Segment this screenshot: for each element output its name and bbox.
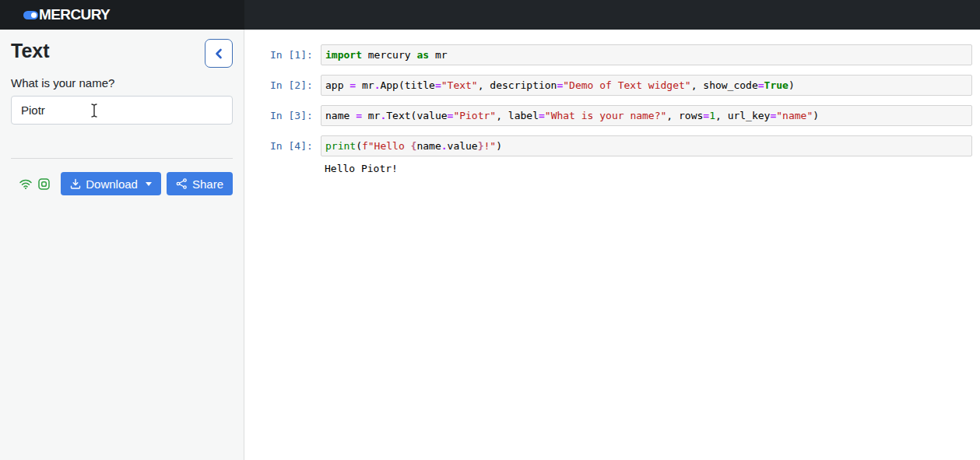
text-widget-label: What is your name?: [11, 76, 233, 90]
code-cell: In [2]:app = mr.App(title="Text", descri…: [270, 75, 972, 96]
top-navbar: MERCURY: [0, 0, 980, 30]
chevron-left-icon: [214, 48, 223, 59]
text-widget-input[interactable]: [11, 96, 233, 125]
cell-code: name = mr.Text(value="Piotr", label="Wha…: [321, 105, 972, 126]
share-icon: [176, 178, 188, 189]
cell-code: print(f"Hello {name.value}!"): [321, 135, 972, 156]
download-label: Download: [86, 177, 138, 191]
text-widget-input-wrap: [11, 96, 233, 125]
mercury-app: MERCURY Text What is your name?: [0, 0, 980, 460]
cell-code: app = mr.App(title="Text", description="…: [321, 75, 972, 96]
brand-text: MERCURY: [39, 6, 110, 23]
code-cell: In [1]:import mercury as mr: [270, 44, 972, 65]
navbar-left: MERCURY: [0, 0, 244, 30]
cell-prompt: In [2]:: [270, 75, 321, 96]
cell-output-row: Hello Piotr!: [270, 160, 972, 177]
brand-link[interactable]: MERCURY: [23, 6, 110, 23]
share-button[interactable]: Share: [167, 172, 233, 195]
output-prompt-spacer: [270, 160, 321, 177]
cell-prompt: In [3]:: [270, 105, 321, 126]
status-icons: [11, 178, 50, 190]
share-label: Share: [192, 177, 223, 191]
collapse-sidebar-button[interactable]: [205, 39, 233, 68]
main-area: In [1]:import mercury as mrIn [2]:app = …: [244, 30, 980, 460]
cell-output: Hello Piotr!: [321, 160, 402, 177]
sidebar-divider: [11, 158, 233, 159]
sidebar-title-row: Text: [11, 39, 233, 68]
wifi-icon: [19, 178, 33, 190]
download-button[interactable]: Download: [61, 172, 161, 195]
cell-prompt: In [1]:: [270, 44, 321, 65]
code-cell: In [3]:name = mr.Text(value="Piotr", lab…: [270, 105, 972, 126]
cell-code: import mercury as mr: [321, 44, 972, 65]
download-icon: [70, 178, 81, 189]
mercury-logo-icon: [23, 11, 38, 19]
sidebar-actions-row: Download Share: [11, 172, 233, 195]
notebook: In [1]:import mercury as mrIn [2]:app = …: [244, 30, 980, 177]
caret-down-icon: [146, 182, 152, 186]
cell-prompt: In [4]:: [270, 135, 321, 156]
app-title: Text: [11, 39, 50, 62]
sidebar: Text What is your name?: [0, 30, 244, 460]
running-status-icon: [38, 178, 50, 190]
code-cell: In [4]:print(f"Hello {name.value}!"): [270, 135, 972, 156]
